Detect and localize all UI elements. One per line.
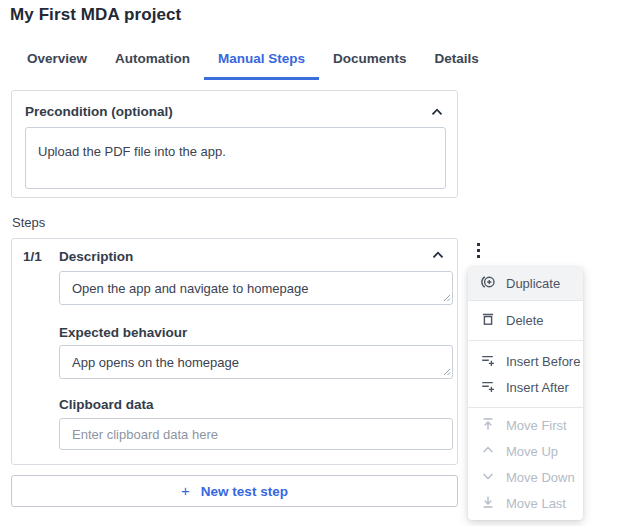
delete-icon <box>480 311 496 330</box>
precondition-panel: Precondition (optional) Upload the PDF f… <box>11 90 458 198</box>
move-last-icon <box>480 494 496 513</box>
plus-icon: + <box>181 482 190 499</box>
menu-item-label: Insert After <box>506 380 569 395</box>
precondition-collapse-button[interactable] <box>431 108 443 116</box>
menu-item-delete[interactable]: Delete <box>468 304 583 337</box>
step-card: 1/1 Description Open the app and navigat… <box>11 238 458 465</box>
menu-item-label: Move First <box>506 418 567 433</box>
manual-steps-page: My First MDA project Overview Automation… <box>0 0 632 526</box>
tab-automation[interactable]: Automation <box>101 46 204 80</box>
menu-section-move: Move First Move Up Move Down <box>468 407 583 520</box>
kebab-icon <box>477 255 480 258</box>
step-collapse-button[interactable] <box>432 251 444 259</box>
chevron-up-icon <box>431 104 443 119</box>
menu-item-move-down[interactable]: Move Down <box>468 464 583 490</box>
menu-item-insert-before[interactable]: Insert Before <box>468 348 583 374</box>
insert-before-icon <box>480 352 496 371</box>
tab-overview[interactable]: Overview <box>13 46 101 80</box>
tab-bar: Overview Automation Manual Steps Documen… <box>13 46 493 80</box>
menu-item-label: Duplicate <box>506 276 560 291</box>
kebab-icon <box>477 243 480 246</box>
menu-item-move-first[interactable]: Move First <box>468 412 583 438</box>
precondition-label: Precondition (optional) <box>25 104 173 119</box>
chevron-up-icon <box>432 247 444 262</box>
menu-item-label: Insert Before <box>506 354 580 369</box>
tab-documents[interactable]: Documents <box>319 46 421 80</box>
new-test-step-button[interactable]: + New test step <box>11 475 458 507</box>
menu-item-label: Move Last <box>506 496 566 511</box>
menu-section-duplicate: Duplicate <box>468 267 583 300</box>
menu-item-duplicate[interactable]: Duplicate <box>468 267 583 300</box>
steps-section-label: Steps <box>12 215 45 230</box>
step-index: 1/1 <box>23 249 42 264</box>
description-textarea[interactable]: Open the app and navigate to homepage <box>59 271 453 305</box>
move-first-icon <box>480 416 496 435</box>
menu-item-label: Move Down <box>506 470 575 485</box>
menu-item-move-last[interactable]: Move Last <box>468 490 583 516</box>
insert-after-icon <box>480 378 496 397</box>
new-test-step-label: New test step <box>201 484 288 499</box>
step-description-header: Description <box>59 249 133 264</box>
menu-item-insert-after[interactable]: Insert After <box>468 374 583 400</box>
step-options-kebab-button[interactable] <box>470 240 486 261</box>
precondition-header: Precondition (optional) <box>12 91 457 119</box>
expected-behaviour-textarea[interactable]: App opens on the homepage <box>59 345 453 379</box>
menu-item-label: Delete <box>506 313 544 328</box>
menu-section-delete: Delete <box>468 300 583 340</box>
move-down-icon <box>480 468 496 487</box>
duplicate-icon <box>480 274 496 293</box>
clipboard-data-label: Clipboard data <box>59 397 154 412</box>
move-up-icon <box>480 442 496 461</box>
menu-section-insert: Insert Before Insert After <box>468 340 583 407</box>
expected-behaviour-field: App opens on the homepage <box>59 345 453 379</box>
description-field: Open the app and navigate to homepage <box>59 271 453 305</box>
expected-behaviour-label: Expected behaviour <box>59 325 187 340</box>
menu-item-label: Move Up <box>506 444 558 459</box>
page-title: My First MDA project <box>10 5 181 25</box>
tab-details[interactable]: Details <box>421 46 493 80</box>
menu-item-move-up[interactable]: Move Up <box>468 438 583 464</box>
clipboard-data-input[interactable] <box>59 418 453 450</box>
tab-manual-steps[interactable]: Manual Steps <box>204 46 319 80</box>
precondition-textarea[interactable]: Upload the PDF file into the app. <box>25 127 446 189</box>
kebab-icon <box>477 249 480 252</box>
step-options-menu: Duplicate Delete <box>468 267 583 520</box>
